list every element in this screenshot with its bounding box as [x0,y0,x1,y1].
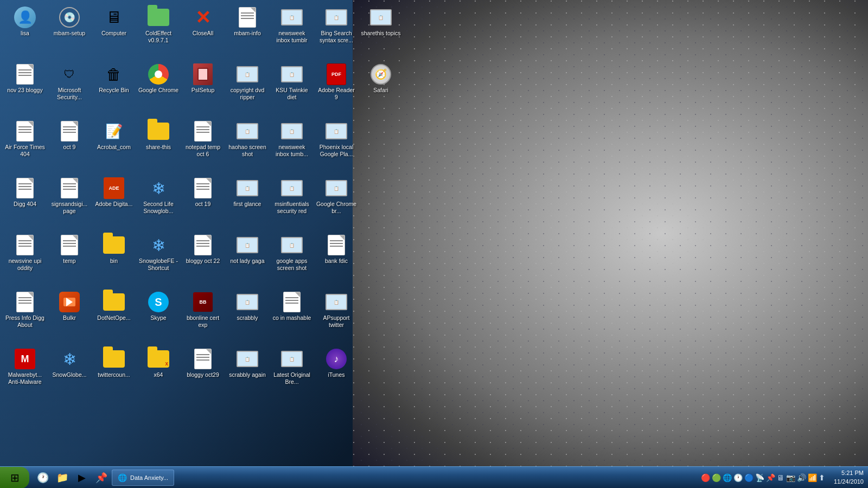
desktop-icon-mbam-setup[interactable]: 💿 mbam-setup [48,3,91,60]
desktop-icon-lisa[interactable]: 👤 lisa [3,3,47,60]
desktop-icon-bloggy-oct22[interactable]: bloggy oct 22 [181,231,225,288]
desktop-icon-psisetup[interactable]: PsISetup [181,60,225,117]
taskbar-clock-icon[interactable]: 🕐 [34,468,52,487]
lisa-label: lisa [21,30,29,37]
tray-icon-9[interactable]: 📷 [786,473,795,482]
desktop-icon-signsandsigi[interactable]: signsandsigi... page [48,174,91,231]
temp-label: temp [63,258,75,265]
taskbar-media-icon[interactable]: ▶ [73,468,91,487]
desktop-icon-not-lady-gaga[interactable]: 📋 not lady gaga [226,231,269,288]
desktop-icon-press-info[interactable]: Press Info Digg About [3,288,47,345]
desktop-icon-latest-original[interactable]: 📋 Latest Original Bre... [270,345,314,402]
desktop-icon-oct19[interactable]: oct 19 [181,174,225,231]
desktop-icon-chrome-br[interactable]: 📋 Google Chrome br... [315,174,358,231]
desktop-icon-closeall[interactable]: ✕ CloseAll [181,3,225,60]
tray-icon-10[interactable]: 🔊 [797,473,806,482]
desktop-icon-apsupport[interactable]: 📋 APsupport twitter [315,288,358,345]
oct19-icon [192,177,214,199]
tray-icon-1[interactable]: 🔴 [701,473,710,482]
desktop-icon-x64[interactable]: x x64 [137,345,180,402]
desktop-icon-digg404[interactable]: Digg 404 [3,174,47,231]
desktop-icon-bing-search[interactable]: 📋 Bing Search syntax scre... [315,3,358,60]
desktop-icon-first-glance[interactable]: 📋 first glance [226,174,269,231]
desktop-icon-bin[interactable]: bin [92,231,136,288]
mbam-info-label: mbam-info [234,30,261,37]
computer-label: Computer [101,30,126,37]
coldeffect-label: ColdEffect v0.9.7.1 [138,30,179,43]
desktop-icon-airforce[interactable]: Air Force Times 404 [3,117,47,174]
tray-icon-7[interactable]: 📌 [766,473,775,482]
desktop-icon-twittercoun[interactable]: twittercoun... [92,345,136,402]
chrome-icon [148,63,169,85]
scrabbly-label: scrabbly [237,314,258,322]
desktop-icon-ksu-twinkie[interactable]: 📋 KSU Twinkie diet [270,60,314,117]
desktop-icon-haohao[interactable]: 📋 haohao screen shot [226,117,269,174]
twittercoun-label: twittercoun... [98,371,130,378]
desktop-icon-acrobat-com[interactable]: 📝 Acrobat_com [92,117,136,174]
desktop-icon-dotnetope[interactable]: DotNetOpe... [92,288,136,345]
twittercoun-icon [103,348,125,370]
mbam-info-icon [237,7,258,28]
desktop-icon-bulkr[interactable]: Bulkr [48,288,91,345]
tray-icon-3[interactable]: 🌐 [723,473,732,482]
desktop-icon-scrabbly[interactable]: 📋 scrabbly [226,288,269,345]
taskbar-chrome-button[interactable]: 🌐 Data Anxiety... [112,470,174,486]
chrome-br-label: Google Chrome br... [316,201,357,214]
desktop-icon-bank-fdic[interactable]: bank fdic [315,231,358,288]
newsvine-label: newsvine upi oddity [4,258,46,271]
desktop-icon-sharethis[interactable]: 📋 sharethis topics [359,3,403,60]
desktop-icon-bbonline[interactable]: BB bbonline cert exp [181,288,225,345]
desktop-icon-google-apps-ss[interactable]: 📋 google apps screen shot [270,231,314,288]
desktop-icon-notepad-oct6[interactable]: notepad temp oct 6 [181,117,225,174]
desktop-icon-malwarebyt[interactable]: M Malwarebyt... Anti-Malware [3,345,47,402]
desktop-icon-temp[interactable]: temp [48,231,91,288]
desktop-icon-coldeffect[interactable]: ColdEffect v0.9.7.1 [137,3,180,60]
desktop-icon-copyright[interactable]: 📋 copyright dvd ripper [226,60,269,117]
desktop-icon-itunes[interactable]: ♪ iTunes [315,345,358,402]
desktop-icon-computer[interactable]: 🖥 Computer [92,3,136,60]
nov23-label: nov 23 bloggy [7,87,42,94]
desktop-icon-safari[interactable]: 🧭 Safari [359,60,403,117]
desktop-icon-skype[interactable]: S Skype [137,288,180,345]
bank-fdic-icon [326,234,347,256]
desktop-icon-chrome[interactable]: Google Chrome [137,60,180,117]
desktop-icon-ms-security[interactable]: 🛡 Microsoft Security... [48,60,91,117]
desktop-icon-newsvine[interactable]: newsvine upi oddity [3,231,47,288]
tray-icon-8[interactable]: 🖥 [777,473,784,482]
taskbar-pin-icon[interactable]: 📌 [92,468,111,487]
desktop-icon-snowglobe2[interactable]: ❄ SnowGlobe... [48,345,91,402]
desktop-icon-newsweek-inbox-tumblr[interactable]: 📋 newsweek inbox tumblr [270,3,314,60]
tray-icon-6[interactable]: 📡 [755,473,764,482]
desktop-icon-mbam-info[interactable]: mbam-info [226,3,269,60]
desktop-icon-nov23[interactable]: nov 23 bloggy [3,60,47,117]
scrabbly-icon: 📋 [237,291,258,313]
dotnetope-icon [103,291,125,313]
desktop-icon-scrabbly-again[interactable]: 📋 scrabbly again [226,345,269,402]
desktop-icon-secondlife[interactable]: ❄ Second Life Snowglob... [137,174,180,231]
desktop-icon-newsweek-inbox-tumb2[interactable]: 📋 newsweek inbox tumb... [270,117,314,174]
bulkr-icon [59,291,80,313]
desktop-icon-recycle[interactable]: 🗑 Recycle Bin [92,60,136,117]
desktop-icon-bloggy-oct29[interactable]: bloggy oct29 [181,345,225,402]
desktop-icon-share-this[interactable]: share-this [137,117,180,174]
adobe-reader-icon: PDF [326,63,347,85]
desktop-icon-adobe-reader[interactable]: PDF Adobe Reader 9 [315,60,358,117]
copyright-label: copyright dvd ripper [227,87,268,100]
desktop-icon-phoenix-local[interactable]: 📋 Phoenix local Google Pla... [315,117,358,174]
scrabbly-again-label: scrabbly again [229,371,266,378]
taskbar-explorer-icon[interactable]: 📁 [53,468,72,487]
tray-icon-2[interactable]: 🟢 [712,473,721,482]
desktop-icon-oct9[interactable]: oct 9 [48,117,91,174]
tray-icon-signal[interactable]: 📶 [808,473,817,482]
desktop-icon-snowglobe-shortcut[interactable]: ❄ SnowglobeFE - Shortcut [137,231,180,288]
desktop-icon-co-mashable[interactable]: co in mashable [270,288,314,345]
tray-icon-5[interactable]: 🔵 [744,473,754,482]
desktop-icon-adobe-digital[interactable]: ADE Adobe Digita... [92,174,136,231]
adobe-digital-icon: ADE [103,177,125,199]
tray-icon-4[interactable]: 🕐 [733,473,743,482]
chrome-label: Google Chrome [138,87,178,94]
tray-icon-up[interactable]: ⬆ [819,473,825,482]
start-button[interactable]: ⊞ [0,467,29,489]
desktop-icon-msinfluentials[interactable]: 📋 msinfluentials security red [270,174,314,231]
system-clock[interactable]: 5:21 PM 11/24/2010 [829,469,868,486]
